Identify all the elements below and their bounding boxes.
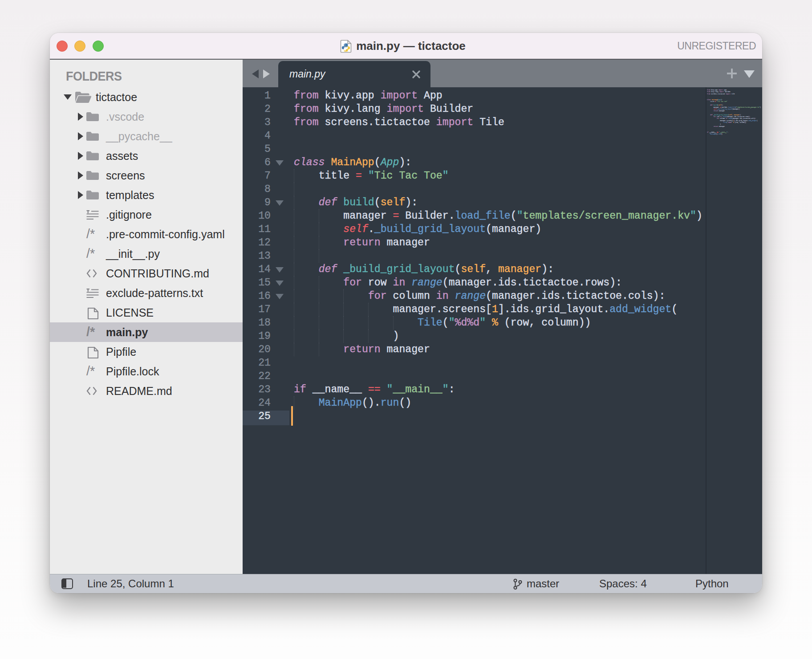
svg-text:/*: /*: [86, 326, 95, 338]
svg-text:/*: /*: [86, 365, 95, 378]
svg-text:/*: /*: [86, 228, 95, 240]
svg-text:/*: /*: [86, 248, 95, 260]
